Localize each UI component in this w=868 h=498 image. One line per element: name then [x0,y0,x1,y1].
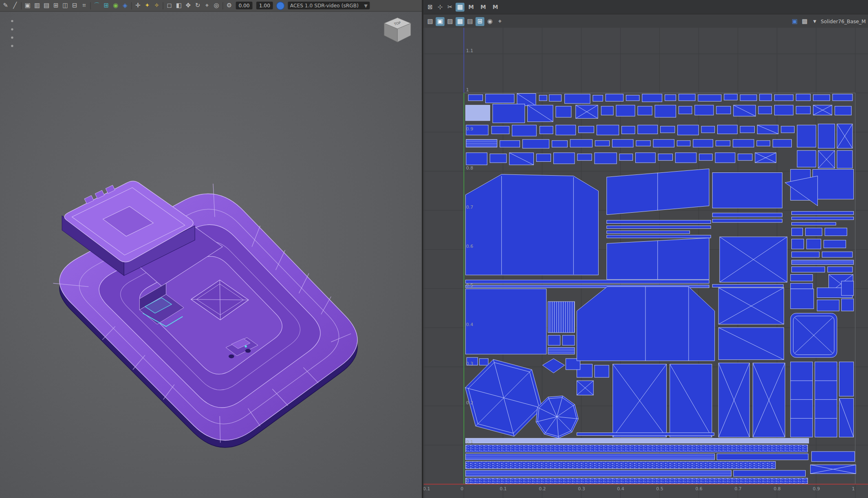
uv-shell [822,252,853,258]
pixel-snap-icon[interactable]: ⊞ [476,17,485,26]
layout-dot[interactable] [11,28,13,30]
uv-shell [621,126,635,134]
layout-dot[interactable] [11,45,13,47]
uv-shell [717,125,737,134]
four-pane-layout-icon[interactable]: ⊞ [51,1,60,10]
move-tool-icon[interactable]: ✥ [184,1,193,10]
uv-cut-tool-icon[interactable]: ✂ [446,2,455,11]
settings-gear-icon[interactable]: ⚙ [225,1,234,10]
uv-shell [677,141,690,146]
uv-shell [773,139,791,147]
uv-grab-tool-icon[interactable]: ▦ [456,2,465,11]
uv-shell [792,212,854,215]
uv-camera-icon[interactable]: ⌖ [496,17,504,26]
line-tool-icon[interactable]: ╱ [11,1,20,10]
hypergraph-layout-icon[interactable]: ⊟ [70,1,79,10]
uv-shell [805,228,822,236]
viewport-3d-canvas[interactable] [0,0,422,498]
uv-shell [791,289,814,309]
svg-text:-0.1: -0.1 [423,486,430,491]
checker-map-icon[interactable]: ▩ [800,17,809,26]
svg-text:0.7: 0.7 [734,486,741,491]
outliner-layout-icon[interactable]: ◫ [61,1,70,10]
texture-swatch-icon[interactable]: ▣ [790,17,799,26]
svg-text:0.4: 0.4 [617,486,624,491]
uv-shell [701,126,715,133]
rotate-tool-icon[interactable]: ↻ [193,1,202,10]
uv-shell [466,139,497,147]
history-icon[interactable]: ✦ [143,1,152,10]
uv-shell [465,280,709,283]
texture-dropdown-caret-icon[interactable]: ▾ [810,17,819,26]
texture-name-label: Solider76_Base_M [821,18,866,24]
uv-shell [597,125,619,135]
uv-shell [716,141,730,146]
uv-shell [556,106,571,117]
max-value-field[interactable]: 1.00 [256,2,273,9]
uv-shell [500,141,520,147]
viewport-3d[interactable]: ✎╱▣▥▤⊞◫⊟⌗⌒⊞◉◈✛✦✧◻◧✥↻⌖◎⚙ 0.00 1.00 ACES 1… [0,0,422,498]
uv-shell [548,335,560,345]
uv-shell [679,94,695,101]
construction-plane-icon[interactable]: ✛ [133,1,142,10]
uv-menu-m-button-1[interactable]: M [465,4,476,10]
uv-tweak-tool-icon[interactable]: ⊹ [436,2,445,11]
uv-shell [774,95,793,101]
snap-grid-icon[interactable]: ⊞ [102,1,111,10]
uv-grid-icon[interactable]: ▦ [456,17,465,26]
uv-shell [465,174,598,275]
make-live-icon[interactable]: ◈ [121,1,130,10]
single-pane-layout-icon[interactable]: ▣ [23,1,32,10]
uv-shell [712,284,783,287]
three-pane-layout-icon[interactable]: ▤ [42,1,51,10]
sep [90,2,90,9]
uv-shell [774,105,793,115]
object-mask-icon[interactable]: ◧ [174,1,183,10]
camera-lock-icon[interactable]: ⌖ [203,1,211,10]
uv-distortion-icon[interactable]: ▤ [465,17,474,26]
sep [223,2,223,9]
uv-shell [693,139,713,147]
dim-image-icon[interactable]: ▧ [426,17,435,26]
uv-shell [792,223,836,225]
uv-transform-tool-icon[interactable]: ⊠ [426,2,435,11]
uv-shell [712,219,782,223]
uv-shell [661,126,675,133]
uv-menu-m-button-2[interactable]: M [478,4,489,10]
view-cube[interactable]: TOP [380,14,415,47]
image-display-icon[interactable]: ▣ [436,17,445,26]
pencil-tool-icon[interactable]: ✎ [1,1,10,10]
svg-text:0.3: 0.3 [578,486,585,491]
uv-shell [655,105,676,117]
svg-text:0.3: 0.3 [466,361,473,366]
grid-toggle-icon[interactable]: ⌗ [80,1,89,10]
quick-layout-dots[interactable] [11,20,13,47]
min-value-field[interactable]: 0.00 [236,2,253,9]
uv-shell [638,106,652,115]
shaded-uv-icon[interactable]: ◉ [485,17,494,26]
two-pane-layout-icon[interactable]: ▥ [33,1,42,10]
sculpt-history-icon[interactable]: ✧ [152,1,161,10]
colorspace-dropdown[interactable]: ACES 1.0 SDR-video (sRGB) ▼ [288,2,370,9]
uv-canvas[interactable]: 1.110.90.80.70.60.50.40.30.20.10-0.100.1… [423,28,868,498]
svg-text:0.9: 0.9 [813,486,820,491]
uv-shell [796,94,810,101]
uv-texture-selector-icons: ▣▩▾ [790,17,819,26]
uv-shell [493,104,525,123]
snap-curve-icon[interactable]: ⌒ [93,1,101,10]
uv-menu-m-button-3[interactable]: M [490,4,501,10]
svg-text:0.6: 0.6 [695,486,702,491]
filtered-image-icon[interactable]: ▨ [446,17,455,26]
svg-text:0: 0 [460,486,463,491]
layout-dot[interactable] [11,20,13,22]
uv-shell [715,153,735,163]
svg-text:0.7: 0.7 [466,205,473,210]
isolate-select-icon[interactable]: ◻ [165,1,174,10]
uv-shell [828,267,853,272]
layout-dot[interactable] [11,37,13,39]
uv-shell [638,125,658,134]
uv-texture-selector[interactable]: ▣▩▾ Solider76_Base_M [790,17,866,26]
capture-icon[interactable]: ◎ [212,1,221,10]
uv-shell [601,106,613,115]
snap-point-icon[interactable]: ◉ [111,1,120,10]
